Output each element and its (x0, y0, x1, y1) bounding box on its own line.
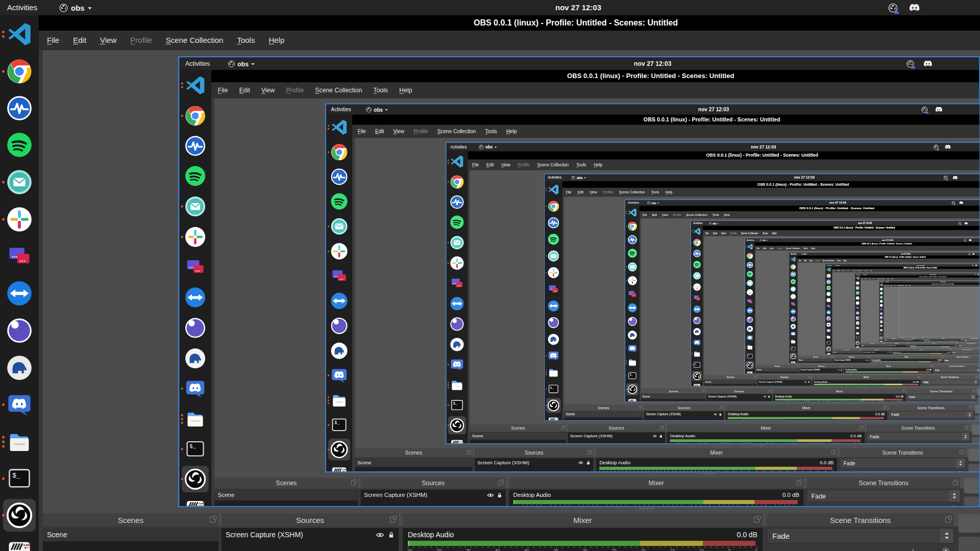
spinner-buttons[interactable] (976, 368, 979, 372)
dock-item-moon-app[interactable] (625, 315, 640, 328)
controls-button[interactable] (972, 425, 980, 435)
dock-item-discord[interactable] (789, 331, 797, 337)
popout-icon[interactable] (720, 406, 722, 409)
menu-help[interactable]: Help (268, 36, 284, 44)
obs-preview-area[interactable]: Activities obs nov 27 12:03 (564, 196, 980, 410)
popout-icon[interactable] (965, 426, 968, 429)
activities-button[interactable]: Activities (7, 0, 37, 15)
dock-item-spotify[interactable] (691, 260, 703, 269)
dock-splitter-handle[interactable] (640, 508, 653, 509)
lock-icon[interactable] (659, 434, 663, 438)
popout-icon[interactable] (660, 426, 664, 429)
obs-tray-icon[interactable] (972, 264, 973, 266)
menu-view[interactable]: View (810, 260, 813, 261)
dock-item-elephant-app[interactable] (745, 325, 755, 333)
dock-item-discord[interactable] (625, 343, 640, 355)
dock-item-moon-app[interactable] (789, 316, 797, 322)
dock-item-discord[interactable] (179, 375, 211, 402)
dock-item-waveform-app[interactable] (825, 279, 832, 285)
dock-item-vscode[interactable] (179, 72, 211, 98)
dock-item-spotify[interactable] (855, 291, 860, 295)
obs-preview-area[interactable]: Activities obs nov 27 12:03 (798, 263, 980, 359)
obs-tray-icon[interactable] (975, 274, 976, 276)
dock-item-workspaces-app[interactable] (855, 306, 860, 311)
app-menu-obs[interactable]: obs (366, 105, 388, 115)
dock-item-teamviewer[interactable] (691, 305, 703, 314)
activities-button[interactable]: Activities (856, 273, 860, 276)
popout-icon[interactable] (769, 390, 771, 392)
dock-item-obs-studio[interactable] (789, 353, 797, 360)
mixer-panel-header[interactable]: Mixer (892, 348, 951, 350)
menu-file[interactable]: File (47, 36, 59, 44)
dock-item-teamviewer[interactable] (855, 311, 860, 315)
obs-tray-icon[interactable] (977, 282, 978, 283)
dock-item-workspaces-app[interactable] (0, 240, 39, 273)
clock[interactable]: nov 27 12:03 (895, 253, 916, 256)
popout-icon[interactable] (860, 426, 863, 429)
eye-icon[interactable] (921, 340, 922, 340)
scene-list-item[interactable]: Scene (832, 351, 862, 353)
dock-item-teamviewer[interactable] (447, 295, 468, 313)
obs-tray-icon[interactable] (964, 239, 966, 241)
popout-icon[interactable] (969, 406, 972, 409)
dock-item-workspaces-app[interactable] (789, 301, 797, 308)
scene-transitions-header[interactable]: Scene Transitions (922, 375, 978, 380)
discord-tray-icon[interactable] (953, 175, 958, 180)
obs-title-bar[interactable]: OBS 0.0.1 (linux) - Profile: Untitled - … (468, 151, 980, 159)
add-transition-icon[interactable]: + (953, 419, 955, 421)
activities-button[interactable]: Activities (450, 143, 467, 151)
dock-item-discord[interactable] (0, 388, 39, 421)
controls-button[interactable] (959, 514, 980, 533)
dock-item-chrome[interactable] (326, 141, 352, 163)
dock-item-terminal[interactable]: $_ (0, 462, 39, 495)
dock-item-media-app[interactable] (326, 463, 352, 472)
dock-item-moon-app[interactable] (855, 316, 860, 320)
dock-item-workspaces-app[interactable] (879, 308, 883, 311)
dock-item-terminal[interactable]: $_ (625, 370, 640, 382)
clock[interactable]: nov 27 12:03 (679, 105, 748, 115)
menu-file[interactable]: File (705, 232, 709, 234)
clock[interactable]: nov 27 12:03 (875, 238, 900, 242)
obs-tray-icon[interactable] (943, 175, 948, 180)
menu-file[interactable]: File (358, 128, 366, 134)
gear-icon[interactable] (971, 401, 974, 402)
add-transition-icon[interactable]: + (946, 442, 948, 444)
dock-item-waveform-app[interactable] (625, 234, 640, 246)
menu-view[interactable]: View (890, 285, 892, 286)
scenes-panel-header[interactable]: Scenes (832, 348, 862, 350)
dock-item-mail[interactable] (326, 215, 352, 237)
dock-item-mail[interactable] (447, 234, 468, 252)
dock-item-elephant-app[interactable] (789, 323, 797, 330)
eye-icon[interactable] (487, 492, 494, 498)
app-menu-obs[interactable]: obs (59, 0, 92, 15)
dock-item-files[interactable] (326, 389, 352, 411)
dock-item-mail[interactable] (625, 261, 640, 273)
dock-item-media-app[interactable] (625, 397, 640, 402)
dock-item-media-app[interactable] (745, 370, 755, 374)
add-transition-icon[interactable]: + (978, 347, 978, 348)
menu-help[interactable]: Help (772, 232, 776, 234)
popout-icon[interactable] (922, 338, 923, 339)
menu-help[interactable]: Help (891, 278, 893, 279)
dock-item-teamviewer[interactable] (745, 307, 755, 315)
source-list-item[interactable]: Screen Capture (XSHM) (706, 394, 771, 399)
dock-item-chrome[interactable] (625, 220, 640, 233)
menu-view[interactable]: View (393, 128, 404, 134)
menu-file[interactable]: File (218, 87, 228, 94)
eye-icon[interactable] (838, 369, 840, 370)
obs-tray-icon[interactable] (968, 253, 970, 255)
transition-select[interactable]: Fade (944, 359, 980, 362)
clock[interactable]: nov 27 12:03 (912, 264, 929, 266)
dock-item-teamviewer[interactable] (179, 284, 211, 311)
dock-item-slack[interactable] (789, 293, 797, 300)
app-menu-obs[interactable]: obs (479, 143, 497, 151)
obs-preview-area[interactable] (884, 287, 980, 339)
clock[interactable]: nov 27 12:03 (938, 281, 949, 283)
dock-item-terminal[interactable]: $_ (545, 382, 562, 396)
app-menu-obs[interactable]: obs (760, 238, 768, 242)
dock-item-elephant-app[interactable] (855, 321, 860, 325)
eye-icon[interactable] (376, 532, 384, 538)
popout-icon[interactable] (950, 349, 951, 350)
obs-title-bar[interactable]: OBS 0.0.1 (linux) - Profile: Untitled - … (211, 70, 980, 83)
eye-icon[interactable] (865, 360, 867, 361)
